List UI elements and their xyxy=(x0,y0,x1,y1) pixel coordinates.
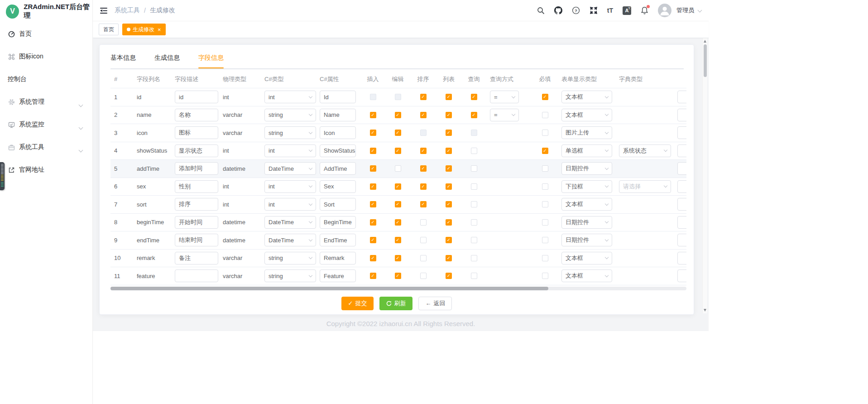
horizontal-scrollbar-thumb[interactable] xyxy=(110,287,548,290)
extra-input[interactable] xyxy=(677,162,686,175)
sort-checkbox[interactable] xyxy=(420,130,427,136)
list-checkbox[interactable]: ✓ xyxy=(446,94,452,100)
insert-checkbox[interactable]: ✓ xyxy=(370,273,376,279)
user-name[interactable]: 管理员 xyxy=(676,6,694,14)
csharp-prop-input[interactable]: AddTime xyxy=(320,162,356,175)
extra-input[interactable] xyxy=(677,91,686,103)
form-display-type-select[interactable]: 单选框 xyxy=(561,144,612,157)
sort-checkbox[interactable]: ✓ xyxy=(420,148,427,154)
edit-checkbox[interactable]: ✓ xyxy=(395,183,401,190)
form-display-type-select[interactable]: 文本框 xyxy=(561,109,612,121)
csharp-type-select[interactable]: DateTime xyxy=(264,216,316,229)
scroll-up-arrow[interactable] xyxy=(704,40,706,43)
list-checkbox[interactable]: ✓ xyxy=(446,219,452,226)
csharp-type-select[interactable]: int xyxy=(264,91,316,103)
required-checkbox[interactable] xyxy=(542,112,548,118)
sort-checkbox[interactable]: ✓ xyxy=(420,112,427,118)
extra-input[interactable] xyxy=(677,252,686,265)
form-display-type-select[interactable]: 文本框 xyxy=(561,91,612,103)
csharp-prop-input[interactable]: Feature xyxy=(320,269,356,282)
horizontal-scrollbar[interactable] xyxy=(110,287,686,290)
list-checkbox[interactable]: ✓ xyxy=(446,165,452,172)
csharp-prop-input[interactable]: Name xyxy=(320,109,356,121)
sort-checkbox[interactable]: ✓ xyxy=(420,201,427,207)
csharp-prop-input[interactable]: EndTime xyxy=(320,234,356,246)
form-display-type-select[interactable]: 文本框 xyxy=(561,269,612,282)
query-checkbox[interactable] xyxy=(471,165,477,172)
required-checkbox[interactable] xyxy=(542,219,548,226)
insert-checkbox[interactable]: ✓ xyxy=(370,183,376,190)
form-display-type-select[interactable]: 日期控件 xyxy=(561,162,612,175)
help-icon[interactable]: ? xyxy=(572,6,580,14)
vertical-scrollbar-thumb[interactable] xyxy=(704,44,707,77)
extra-input[interactable] xyxy=(677,269,686,282)
required-checkbox[interactable]: ✓ xyxy=(542,94,548,100)
field-desc-input[interactable]: 名称 xyxy=(175,109,218,121)
sort-checkbox[interactable] xyxy=(420,237,427,243)
csharp-type-select[interactable]: int xyxy=(264,198,316,211)
form-display-type-select[interactable]: 文本框 xyxy=(561,252,612,265)
query-checkbox[interactable] xyxy=(471,130,477,136)
edit-checkbox[interactable] xyxy=(395,165,401,172)
insert-checkbox[interactable]: ✓ xyxy=(370,255,376,261)
close-icon[interactable]: × xyxy=(158,27,161,33)
insert-checkbox[interactable] xyxy=(370,94,376,100)
edit-checkbox[interactable]: ✓ xyxy=(395,273,401,279)
csharp-prop-input[interactable]: ShowStatus xyxy=(320,144,356,157)
field-desc-input[interactable]: 备注 xyxy=(175,252,218,265)
bell-icon[interactable] xyxy=(641,6,648,14)
sidebar-item-console[interactable]: 控制台 xyxy=(0,68,92,91)
extra-input[interactable] xyxy=(677,109,686,121)
required-checkbox[interactable] xyxy=(542,201,548,207)
csharp-type-select[interactable]: DateTime xyxy=(264,162,316,175)
query-checkbox[interactable]: ✓ xyxy=(471,94,477,100)
fullscreen-icon[interactable] xyxy=(590,6,598,14)
extra-input[interactable] xyxy=(677,198,686,211)
field-desc-input[interactable]: 性别 xyxy=(175,180,218,193)
list-checkbox[interactable]: ✓ xyxy=(446,130,452,136)
sidebar-item-official-site[interactable]: 官网地址 xyxy=(0,159,92,181)
csharp-type-select[interactable]: string xyxy=(264,252,316,265)
required-checkbox[interactable] xyxy=(542,183,548,190)
insert-checkbox[interactable]: ✓ xyxy=(370,148,376,154)
list-checkbox[interactable]: ✓ xyxy=(446,255,452,261)
refresh-button[interactable]: 刷新 xyxy=(379,297,412,310)
field-desc-input[interactable]: 排序 xyxy=(175,198,218,211)
edit-checkbox[interactable] xyxy=(395,94,401,100)
field-desc-input[interactable]: id xyxy=(175,91,218,103)
vertical-scrollbar[interactable] xyxy=(702,38,707,313)
dict-type-select[interactable]: 系统状态 xyxy=(619,144,671,157)
required-checkbox[interactable] xyxy=(542,130,548,136)
edit-checkbox[interactable]: ✓ xyxy=(395,237,401,243)
sidebar-item-home[interactable]: 首页 xyxy=(0,23,92,45)
breadcrumb-item[interactable]: 系统工具 xyxy=(115,6,140,14)
required-checkbox[interactable] xyxy=(542,165,548,172)
scroll-down-arrow[interactable] xyxy=(704,309,706,312)
insert-checkbox[interactable]: ✓ xyxy=(370,165,376,172)
csharp-type-select[interactable]: int xyxy=(264,144,316,157)
required-checkbox[interactable]: ✓ xyxy=(542,148,548,154)
sidebar-item-system-management[interactable]: 系统管理 xyxy=(0,91,92,113)
insert-checkbox[interactable]: ✓ xyxy=(370,201,376,207)
query-method-select[interactable]: = xyxy=(490,109,519,121)
query-checkbox[interactable] xyxy=(471,183,477,190)
chevron-down-icon[interactable] xyxy=(698,6,701,13)
csharp-type-select[interactable]: string xyxy=(264,109,316,121)
extra-input[interactable] xyxy=(677,126,686,139)
tab-generate-info[interactable]: 生成信息 xyxy=(154,54,180,68)
field-desc-input[interactable]: 开始时间 xyxy=(175,216,218,229)
list-checkbox[interactable]: ✓ xyxy=(446,183,452,190)
extra-input[interactable] xyxy=(677,234,686,246)
github-icon[interactable] xyxy=(554,6,562,14)
sort-checkbox[interactable] xyxy=(420,219,427,226)
submit-button[interactable]: ✓ 提交 xyxy=(341,297,374,310)
insert-checkbox[interactable]: ✓ xyxy=(370,112,376,118)
csharp-type-select[interactable]: string xyxy=(264,269,316,282)
sort-checkbox[interactable]: ✓ xyxy=(420,183,427,190)
field-desc-input[interactable]: 结束时间 xyxy=(175,234,218,246)
field-desc-input[interactable] xyxy=(175,269,218,282)
edit-checkbox[interactable]: ✓ xyxy=(395,201,401,207)
form-display-type-select[interactable]: 日期控件 xyxy=(561,216,612,229)
tab-basic-info[interactable]: 基本信息 xyxy=(110,54,136,68)
query-method-select[interactable]: = xyxy=(490,91,519,103)
